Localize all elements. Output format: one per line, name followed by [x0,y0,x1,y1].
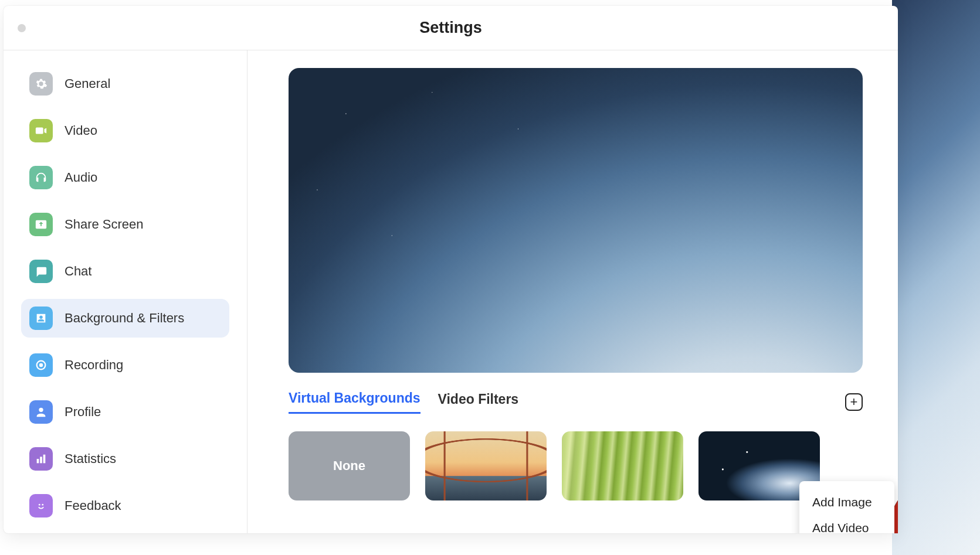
thumbnail-none-label: None [333,458,365,474]
svg-rect-5 [43,455,46,464]
background-preview [289,68,863,373]
video-icon [29,119,53,142]
window-body: General Video Audio Share Screen [4,50,898,533]
sidebar-item-label: Statistics [65,451,116,467]
svg-point-1 [39,363,43,367]
svg-rect-3 [37,459,39,463]
sidebar-item-general[interactable]: General [21,64,229,103]
sidebar-item-label: Share Screen [65,217,144,232]
sidebar-item-chat[interactable]: Chat [21,252,229,291]
sidebar-item-label: Chat [65,264,91,279]
share-screen-icon [29,213,53,236]
tab-virtual-backgrounds[interactable]: Virtual Backgrounds [289,390,421,414]
gear-icon [29,72,53,96]
sidebar-item-label: Recording [65,357,123,373]
svg-rect-4 [40,457,42,463]
sidebar-item-label: Background & Filters [65,311,184,326]
chat-icon [29,260,53,283]
window-title: Settings [4,19,898,37]
sidebar-item-feedback[interactable]: Feedback [21,486,229,525]
window-close-dot[interactable] [18,24,26,32]
thumbnail-grass[interactable] [562,431,683,500]
sidebar-item-label: Audio [65,170,97,185]
thumbnail-none[interactable]: None [289,431,410,500]
sidebar: General Video Audio Share Screen [4,50,247,533]
sidebar-item-audio[interactable]: Audio [21,158,229,197]
sidebar-item-statistics[interactable]: Statistics [21,440,229,478]
sidebar-item-label: Profile [65,404,101,420]
tab-video-filters[interactable]: Video Filters [438,391,519,413]
profile-icon [29,400,53,424]
record-icon [29,353,53,377]
add-background-button[interactable]: + [845,393,863,411]
sidebar-item-label: General [65,76,110,91]
smile-icon [29,494,53,517]
svg-rect-6 [36,501,46,511]
titlebar: Settings [4,6,898,50]
thumbnail-bridge[interactable] [425,431,547,500]
settings-window: Settings General Video Audio [4,6,898,533]
sidebar-item-label: Feedback [65,498,121,513]
sidebar-item-recording[interactable]: Recording [21,346,229,384]
add-menu: Add Image Add Video [799,481,894,533]
sidebar-item-label: Video [65,123,97,138]
menu-item-add-image[interactable]: Add Image [799,489,894,515]
sidebar-item-video[interactable]: Video [21,111,229,150]
background-thumbnails: None [289,431,863,500]
menu-item-add-video[interactable]: Add Video [799,515,894,533]
headphones-icon [29,166,53,189]
sidebar-item-background-filters[interactable]: Background & Filters [21,299,229,338]
svg-point-2 [39,408,43,412]
plus-icon: + [850,396,858,408]
tab-row: Virtual Backgrounds Video Filters + [289,390,863,414]
main-panel: Virtual Backgrounds Video Filters + None [247,50,898,533]
svg-point-8 [42,504,43,506]
svg-point-7 [39,504,40,506]
sidebar-item-profile[interactable]: Profile [21,393,229,431]
background-strip [892,0,980,555]
menu-item-label: Add Video [812,521,869,533]
stats-icon [29,447,53,471]
person-box-icon [29,307,53,330]
sidebar-item-share-screen[interactable]: Share Screen [21,205,229,244]
